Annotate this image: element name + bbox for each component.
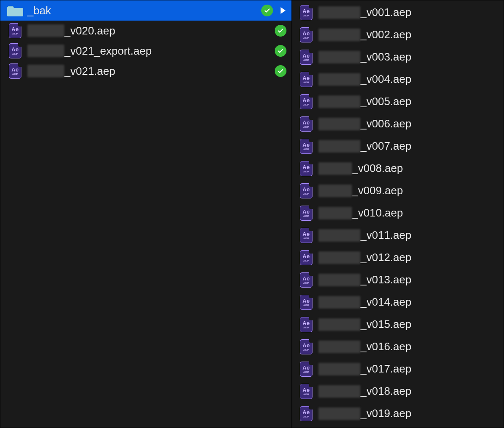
file-name: _v008.aep — [318, 162, 407, 175]
file-name: _v012.aep — [318, 251, 407, 264]
aep-file-icon: AeAEP — [298, 49, 314, 66]
redacted-name-portion — [318, 162, 352, 175]
redacted-name-portion — [318, 296, 360, 309]
file-row[interactable]: AeAEP_v014.aep — [292, 291, 504, 313]
file-row[interactable]: AeAEP_v020.aep — [0, 21, 291, 41]
file-row[interactable]: AeAEP_v021.aep — [0, 61, 291, 81]
file-row[interactable]: AeAEP_v012.aep — [292, 246, 504, 269]
aep-file-icon: AeAEP — [298, 294, 314, 311]
file-row[interactable]: AeAEP_v008.aep — [292, 157, 504, 180]
aep-file-icon: AeAEP — [298, 138, 314, 155]
file-name: _v019.aep — [318, 407, 407, 420]
file-name: _v011.aep — [318, 229, 407, 242]
file-row[interactable]: AeAEP_v009.aep — [292, 180, 504, 202]
file-row[interactable]: AeAEP_v010.aep — [292, 202, 504, 224]
file-row[interactable]: AeAEP_v007.aep — [292, 135, 504, 157]
sync-check-icon — [275, 45, 286, 57]
sync-check-icon — [261, 5, 273, 16]
file-name: _v007.aep — [318, 140, 407, 153]
file-name: _v015.aep — [318, 318, 407, 331]
file-row[interactable]: AeAEP_v002.aep — [292, 24, 504, 46]
file-row[interactable]: AeAEP_v011.aep — [292, 224, 504, 246]
file-name: _v021.aep — [27, 65, 147, 78]
drill-arrow-icon — [281, 7, 286, 14]
redacted-name-portion — [318, 73, 360, 86]
aep-file-icon: AeAEP — [298, 26, 314, 43]
file-name: _v006.aep — [318, 117, 407, 130]
file-name: _v018.aep — [318, 385, 407, 398]
redacted-name-portion — [27, 24, 64, 37]
redacted-name-portion — [318, 207, 352, 219]
folder-icon — [7, 2, 23, 19]
redacted-name-portion — [318, 229, 360, 242]
file-row[interactable]: AeAEP_v005.aep — [292, 90, 504, 113]
aep-file-icon: AeAEP — [7, 42, 23, 59]
sync-check-icon — [275, 65, 286, 77]
aep-file-icon: AeAEP — [7, 63, 23, 79]
redacted-name-portion — [318, 407, 360, 420]
aep-file-icon: AeAEP — [298, 361, 314, 378]
aep-file-icon: AeAEP — [298, 182, 314, 199]
aep-file-icon: AeAEP — [298, 205, 314, 222]
file-row[interactable]: AeAEP_v017.aep — [292, 358, 504, 380]
redacted-name-portion — [318, 6, 360, 19]
aep-file-icon: AeAEP — [298, 383, 314, 400]
file-name: _v002.aep — [318, 28, 407, 41]
aep-file-icon: AeAEP — [298, 71, 314, 88]
aep-file-icon: AeAEP — [298, 93, 314, 110]
aep-file-icon: AeAEP — [298, 160, 314, 177]
redacted-name-portion — [318, 95, 360, 108]
aep-file-icon: AeAEP — [298, 405, 314, 422]
aep-file-icon: AeAEP — [298, 338, 314, 355]
file-row[interactable]: AeAEP_v019.aep — [292, 402, 504, 425]
redacted-name-portion — [318, 140, 360, 153]
redacted-name-portion — [318, 118, 360, 130]
redacted-name-portion — [318, 274, 360, 286]
redacted-name-portion — [318, 363, 360, 375]
redacted-name-portion — [318, 251, 360, 264]
file-name: _v013.aep — [318, 273, 407, 286]
redacted-name-portion — [318, 51, 360, 63]
file-row[interactable]: AeAEP_v016.aep — [292, 336, 504, 358]
file-row[interactable]: AeAEP_v013.aep — [292, 269, 504, 291]
file-name: _v021_export.aep — [27, 45, 147, 58]
file-row[interactable]: AeAEP_v001.aep — [292, 1, 504, 24]
redacted-name-portion — [318, 385, 360, 398]
file-name: _v010.aep — [318, 206, 407, 219]
file-name: _v003.aep — [318, 50, 407, 63]
file-name: _v017.aep — [318, 362, 407, 375]
file-row[interactable]: AeAEP_v004.aep — [292, 68, 504, 90]
redacted-name-portion — [318, 341, 360, 353]
aep-file-icon: AeAEP — [298, 227, 314, 244]
file-row[interactable]: AeAEP_v015.aep — [292, 313, 504, 336]
file-name: _bak — [27, 4, 140, 17]
file-row[interactable]: AeAEP_v006.aep — [292, 113, 504, 135]
aep-file-icon: AeAEP — [7, 22, 23, 39]
aep-file-icon: AeAEP — [298, 4, 314, 21]
file-name: _v004.aep — [318, 73, 407, 86]
finder-column-right[interactable]: AeAEP_v001.aepAeAEP_v002.aepAeAEP_v003.a… — [292, 0, 504, 428]
redacted-name-portion — [318, 318, 360, 331]
redacted-name-portion — [27, 45, 64, 57]
redacted-name-portion — [27, 65, 64, 77]
file-name: _v005.aep — [318, 95, 407, 108]
file-name: _v014.aep — [318, 296, 407, 309]
sync-check-icon — [275, 25, 286, 37]
aep-file-icon: AeAEP — [298, 116, 314, 132]
file-row[interactable]: AeAEP_v018.aep — [292, 380, 504, 402]
file-name: _v016.aep — [318, 340, 407, 353]
file-row[interactable]: AeAEP_v021_export.aep — [0, 41, 291, 61]
file-row[interactable]: AeAEP_v003.aep — [292, 46, 504, 68]
folder-row[interactable]: _bak — [0, 0, 291, 21]
redacted-name-portion — [318, 29, 360, 41]
file-name: _v009.aep — [318, 184, 407, 197]
aep-file-icon: AeAEP — [298, 249, 314, 266]
file-name: _v020.aep — [27, 24, 147, 37]
file-name: _v001.aep — [318, 6, 407, 19]
finder-column-left[interactable]: _bakAeAEP_v020.aepAeAEP_v021_export.aepA… — [0, 0, 292, 428]
aep-file-icon: AeAEP — [298, 316, 314, 333]
aep-file-icon: AeAEP — [298, 272, 314, 288]
redacted-name-portion — [318, 185, 352, 197]
